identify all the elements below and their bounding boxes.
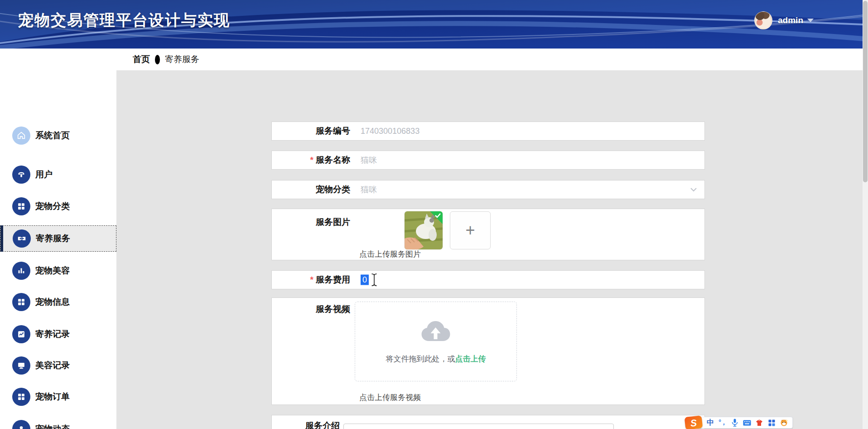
sidebar-item-label: 宠物动态: [35, 423, 70, 429]
active-indicator: [0, 225, 3, 252]
bar-chart-icon: [12, 262, 30, 280]
service-name-label: 服务名称: [316, 154, 350, 166]
required-mark: *: [310, 275, 313, 285]
ime-punctuation-icon[interactable]: °，: [719, 419, 727, 427]
service-name-row: * 服务名称 猫咪: [271, 151, 705, 170]
service-fee-row: * 服务费用 0: [271, 270, 705, 289]
plus-icon: +: [465, 222, 475, 239]
pet-category-row: 宠物分类 猫咪: [271, 180, 705, 199]
sidebar-item-label: 用户: [35, 169, 53, 180]
sidebar-item-grooming-records[interactable]: 美容记录: [0, 352, 116, 379]
breadcrumb-current: 寄养服务: [165, 54, 199, 65]
breadcrumb-separator-icon: [155, 55, 160, 64]
sidebar-item-pet-grooming[interactable]: 宠物美容: [0, 258, 116, 284]
service-name-input[interactable]: 猫咪: [361, 155, 377, 166]
service-number-input[interactable]: 1740300106833: [361, 127, 420, 136]
sidebar-item-label: 系统首页: [35, 130, 70, 141]
scrollbar-thumb[interactable]: [863, 1, 868, 182]
skin-shirt-icon[interactable]: [755, 419, 763, 427]
service-image-label: 服务图片: [316, 216, 350, 228]
trend-icon: [12, 325, 30, 343]
pet-category-label: 宠物分类: [316, 184, 350, 195]
sidebar-nav: 系统首页用户宠物分类寄养服务宠物美容宠物信息寄养记录美容记录宠物订单宠物动态知识…: [0, 49, 116, 429]
grid-icon: [12, 388, 30, 406]
service-video-row: 服务视频 将文件拖到此处，或点击上传 点击上传服务视频: [271, 297, 705, 405]
avatar[interactable]: [754, 11, 772, 29]
sidebar-item-label: 寄养记录: [35, 328, 70, 340]
toolbox-grid-icon[interactable]: [767, 419, 776, 427]
sidebar-item-pet-orders[interactable]: 宠物订单: [0, 384, 116, 410]
video-upload-hint: 点击上传服务视频: [359, 392, 421, 403]
service-number-label: 服务编号: [316, 125, 350, 137]
upload-link[interactable]: 点击上传: [455, 355, 486, 363]
sidebar-item-foster-service[interactable]: 寄养服务: [0, 225, 116, 252]
person-icon: [12, 420, 30, 429]
app-window: 宠物交易管理平台设计与实现 admin 首页 寄养服务 系统首页用户宠物分类寄养…: [0, 0, 868, 429]
service-fee-label: 服务费用: [316, 274, 350, 286]
sidebar-item-label: 宠物订单: [35, 391, 70, 403]
user-menu[interactable]: admin: [754, 11, 814, 29]
service-video-label: 服务视频: [316, 303, 350, 315]
service-image-thumbnail[interactable]: [405, 211, 443, 249]
sidebar-item-label: 寄养服务: [36, 233, 70, 244]
sidebar-item-label: 宠物分类: [35, 200, 70, 212]
ticket-icon: [13, 229, 31, 248]
service-intro-label: 服务介绍: [305, 420, 340, 429]
home-icon: [12, 127, 30, 145]
sidebar-item-system-home[interactable]: 系统首页: [0, 122, 116, 149]
video-dropzone[interactable]: 将文件拖到此处，或点击上传: [355, 302, 517, 381]
microphone-icon[interactable]: [731, 419, 739, 427]
image-upload-hint: 点击上传服务图片: [359, 249, 421, 259]
sidebar-item-label: 美容记录: [35, 360, 70, 371]
username-label: admin: [778, 15, 803, 25]
cat-photo: [405, 211, 443, 249]
sidebar-item-pet-activity[interactable]: 宠物动态: [0, 416, 116, 429]
text-cursor: [371, 273, 378, 287]
monitor-icon: [12, 356, 30, 375]
page-title: 宠物交易管理平台设计与实现: [18, 10, 230, 31]
emoji-face-icon[interactable]: [780, 419, 788, 427]
sidebar-item-pet-info[interactable]: 宠物信息: [0, 289, 116, 315]
required-mark: *: [310, 155, 313, 165]
sidebar-item-label: 宠物美容: [35, 265, 70, 277]
service-fee-input[interactable]: 0: [361, 275, 369, 285]
user-icon: [12, 166, 30, 184]
ime-toolbar: S 中 °，: [685, 416, 793, 429]
app-header: 宠物交易管理平台设计与实现 admin: [0, 0, 868, 49]
sidebar-item-pet-category[interactable]: 宠物分类: [0, 193, 116, 219]
grid-icon: [12, 293, 30, 311]
service-number-row: 服务编号 1740300106833: [271, 122, 705, 141]
sidebar-item-foster-records[interactable]: 寄养记录: [0, 321, 116, 347]
sidebar-item-users[interactable]: 用户: [0, 161, 116, 188]
service-intro-row: 服务介绍: [271, 415, 705, 429]
sogou-logo-icon[interactable]: S: [685, 415, 703, 429]
grid-icon: [12, 197, 30, 215]
breadcrumb: 首页 寄养服务: [116, 49, 863, 70]
drop-text: 将文件拖到此处，或: [386, 355, 455, 363]
caret-down-icon: [807, 19, 814, 22]
service-image-row: 服务图片 + 点击上传服务图片: [271, 209, 705, 260]
scrollbar-track[interactable]: [863, 0, 868, 429]
breadcrumb-home-link[interactable]: 首页: [133, 54, 150, 65]
cloud-upload-icon: [421, 320, 451, 346]
ime-bar: 中 °，: [699, 417, 793, 429]
keyboard-icon[interactable]: [743, 419, 751, 427]
sidebar-item-label: 宠物信息: [35, 296, 70, 308]
chevron-down-icon[interactable]: [690, 187, 697, 192]
ime-chinese-mode-icon[interactable]: 中: [706, 419, 714, 427]
pet-category-select[interactable]: 猫咪: [361, 184, 377, 195]
add-image-button[interactable]: +: [450, 211, 491, 249]
service-intro-editor[interactable]: [343, 424, 614, 429]
